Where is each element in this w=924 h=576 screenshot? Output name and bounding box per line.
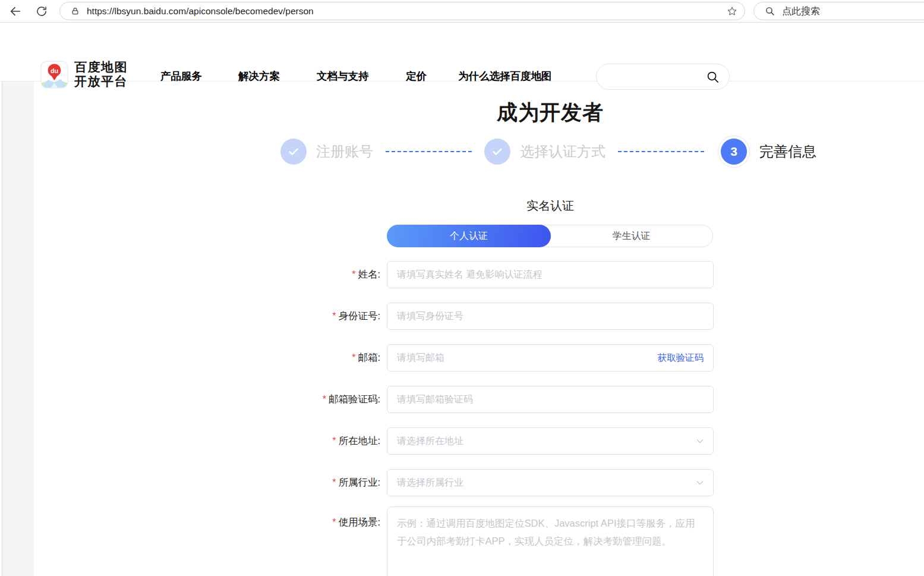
header-search-box[interactable] — [596, 64, 730, 90]
required-mark: * — [332, 311, 336, 322]
refresh-button[interactable] — [33, 3, 50, 20]
browser-toolbar: https://lbsyun.baidu.com/apiconsole/beco… — [0, 0, 924, 23]
header-search-input[interactable] — [607, 64, 705, 89]
step-2-label: 选择认证方式 — [520, 142, 606, 161]
id-number-label: * 身份证号: — [332, 303, 380, 330]
step-2-completed-circle — [484, 139, 510, 165]
form-row-email: * 邮箱: 获取验证码 — [387, 344, 714, 372]
step-1-label: 注册账号 — [316, 142, 373, 161]
address-bar[interactable]: https://lbsyun.baidu.com/apiconsole/beco… — [59, 2, 745, 20]
page-left-gutter — [2, 81, 34, 576]
svg-text:du: du — [51, 67, 58, 74]
address-select[interactable] — [387, 427, 714, 455]
tab-student-verification[interactable]: 学生认证 — [550, 225, 712, 247]
id-number-input[interactable] — [387, 303, 714, 330]
form-row-email-code: * 邮箱验证码: — [387, 386, 714, 413]
nav-item-why-baidu-map[interactable]: 为什么选择百度地图 — [458, 69, 552, 83]
form-row-name: * 姓名: — [387, 261, 714, 288]
back-button[interactable] — [7, 3, 24, 20]
required-mark: * — [332, 517, 336, 528]
nav-item-solutions[interactable]: 解决方案 — [238, 69, 280, 83]
browser-search-input[interactable] — [782, 6, 924, 17]
required-mark: * — [332, 477, 336, 488]
email-label: * 邮箱: — [352, 344, 380, 372]
verification-form: * 姓名: * 身份证号: * 邮箱: 获取验证码 * 邮箱验证码: * 所在地… — [387, 261, 714, 576]
url-text: https://lbsyun.baidu.com/apiconsole/beco… — [87, 6, 727, 17]
required-mark: * — [323, 394, 326, 405]
email-code-input[interactable] — [387, 386, 714, 413]
required-mark: * — [332, 436, 336, 446]
form-row-id-number: * 身份证号: — [387, 303, 714, 330]
section-title: 实名认证 — [387, 198, 714, 214]
step-3-number: 3 — [730, 144, 737, 159]
baidu-map-logo-icon: du — [40, 61, 68, 89]
nav-item-products[interactable]: 产品服务 — [160, 69, 202, 83]
site-header: du 百度地图 开放平台 产品服务 解决方案 文档与支持 定价 为什么选择百度地… — [0, 23, 924, 81]
page-title: 成为开发者 — [387, 99, 714, 127]
use-case-label: * 使用场景: — [332, 516, 380, 529]
email-code-label: * 邮箱验证码: — [323, 386, 380, 413]
bookmark-star-icon[interactable] — [727, 6, 737, 17]
step-3-current-circle: 3 — [721, 139, 747, 165]
browser-search-box[interactable] — [753, 2, 924, 20]
nav-item-pricing[interactable]: 定价 — [406, 69, 427, 83]
form-row-address: * 所在地址: — [387, 427, 714, 455]
lock-icon — [71, 7, 80, 15]
logo-text: 百度地图 开放平台 — [74, 60, 128, 89]
required-mark: * — [352, 269, 355, 280]
tab-personal-verification[interactable]: 个人认证 — [387, 225, 551, 247]
address-label: * 所在地址: — [332, 427, 380, 455]
form-row-use-case: * 使用场景: — [387, 506, 714, 576]
site-logo[interactable]: du 百度地图 开放平台 — [40, 60, 128, 89]
check-icon — [287, 145, 300, 158]
name-label: * 姓名: — [352, 261, 380, 288]
name-input[interactable] — [387, 261, 714, 288]
verification-type-tabs: 个人认证 学生认证 — [387, 225, 713, 247]
industry-label: * 所属行业: — [332, 469, 380, 496]
required-mark: * — [352, 352, 355, 363]
form-row-industry: * 所属行业: — [387, 469, 714, 496]
step-connector — [618, 151, 704, 152]
step-1-completed-circle — [280, 139, 307, 165]
step-indicator: 注册账号 选择认证方式 3 完善信息 — [280, 139, 816, 165]
search-icon[interactable] — [706, 70, 720, 86]
use-case-textarea[interactable] — [387, 506, 714, 576]
get-verification-code-link[interactable]: 获取验证码 — [658, 344, 704, 372]
industry-select[interactable] — [387, 469, 714, 496]
nav-item-docs-support[interactable]: 文档与支持 — [317, 69, 369, 83]
step-connector — [386, 151, 472, 152]
search-icon — [765, 6, 775, 16]
check-icon — [491, 145, 504, 158]
step-3-label: 完善信息 — [759, 142, 816, 161]
